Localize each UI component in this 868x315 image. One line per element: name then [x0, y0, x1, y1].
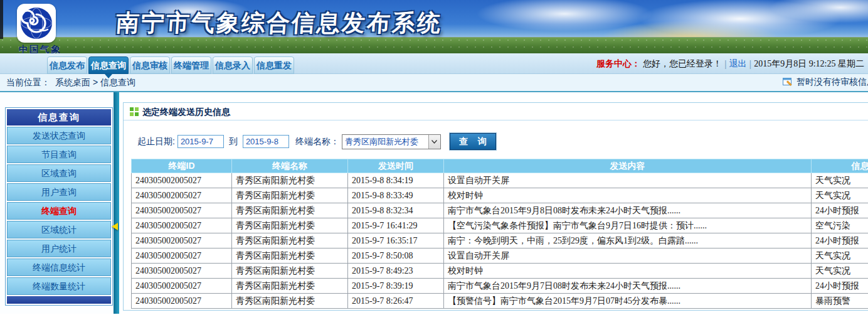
- sidebar-item-用户统计[interactable]: 用户统计: [7, 240, 111, 257]
- table-cell: 2015-9-8 8:32:34: [348, 203, 444, 218]
- table-cell: 青秀区南阳新光村委: [232, 248, 348, 264]
- content-area: 信息查询 发送状态查询节目查询区域查询用户查询终端查询区域统计用户统计终端信息统…: [0, 92, 868, 314]
- sidebar-item-用户查询[interactable]: 用户查询: [7, 183, 111, 201]
- to-label: 到: [229, 136, 238, 147]
- logout-link[interactable]: 退出: [729, 58, 747, 70]
- table-cell: 青秀区南阳新光村委: [232, 233, 348, 248]
- table-cell: 天气实况: [812, 173, 868, 188]
- table-cell: 240305002005027: [132, 294, 232, 309]
- date-from-input[interactable]: [177, 135, 224, 148]
- table-cell: 2015-9-7 8:39:19: [348, 279, 444, 294]
- current-datetime: 2015年9月8日 9:12:25 星期二: [754, 58, 864, 70]
- table-cell: 校对时钟: [444, 264, 812, 279]
- table-cell: 2015-9-7 8:50:08: [348, 248, 444, 264]
- nav-tab-终端管理[interactable]: 终端管理: [171, 56, 211, 74]
- table-cell: 2015-9-7 16:35:17: [348, 233, 444, 248]
- sidebar-item-终端查询[interactable]: 终端查询: [7, 202, 111, 220]
- column-header-终端名称: 终端名称: [232, 159, 348, 173]
- table-row: 240305002005027青秀区南阳新光村委2015-9-7 8:26:47…: [132, 294, 868, 309]
- table-cell: 青秀区南阳新光村委: [232, 173, 348, 188]
- history-panel: 选定终端发送历史信息 起止日期: 到 终端名称： 青秀区南阳新光村委 查 询: [123, 102, 868, 311]
- sidebar-collapse-arrow[interactable]: [112, 223, 118, 230]
- sidebar-item-节目查询[interactable]: 节目查询: [7, 146, 111, 163]
- separator: |: [724, 59, 727, 69]
- panel-divider: [114, 92, 119, 314]
- top-banner: 中国气象 南宁市气象综合信息发布系统: [0, 0, 868, 53]
- table-cell: 240305002005027: [132, 218, 232, 233]
- table-row: 240305002005027青秀区南阳新光村委2015-9-7 8:49:23…: [132, 264, 868, 279]
- sidebar-item-区域查询[interactable]: 区域查询: [7, 164, 111, 182]
- table-cell: 2015-9-7 16:41:29: [348, 218, 444, 233]
- query-button[interactable]: 查 询: [450, 133, 496, 150]
- column-header-发送时间: 发送时间: [348, 159, 444, 173]
- table-row: 240305002005027青秀区南阳新光村委2015-9-7 16:41:2…: [132, 218, 868, 233]
- banner-left-edge: [0, 0, 3, 39]
- query-form: 起止日期: 到 终端名称： 青秀区南阳新光村委 查 询: [137, 133, 868, 150]
- history-table: 终端ID终端名称发送时间发送内容信息位 240305002005027青秀区南阳…: [131, 159, 868, 309]
- table-cell: 天气实况: [812, 248, 868, 264]
- table-body: 240305002005027青秀区南阳新光村委2015-9-8 8:34:19…: [132, 173, 868, 309]
- main-area: 选定终端发送历史信息 起止日期: 到 终端名称： 青秀区南阳新光村委 查 询: [119, 92, 868, 314]
- panel-header: 选定终端发送历史信息: [124, 103, 868, 120]
- table-cell: 青秀区南阳新光村委: [232, 264, 348, 279]
- table-row: 240305002005027青秀区南阳新光村委2015-9-7 8:39:19…: [132, 279, 868, 294]
- date-to-input[interactable]: [243, 135, 289, 148]
- table-cell: 2015-9-8 8:33:49: [348, 188, 444, 203]
- sidebar-item-发送状态查询[interactable]: 发送状态查询: [7, 127, 111, 144]
- table-cell: 南宁市气象台2015年9月7日08时发布未来24小时天气预报......: [444, 279, 812, 294]
- sidebar-item-区域统计[interactable]: 区域统计: [7, 221, 111, 238]
- site-title: 南宁市气象综合信息发布系统: [115, 8, 443, 39]
- breadcrumb-path: 系统桌面 > 信息查询: [55, 77, 135, 87]
- terminal-select-value: 青秀区南阳新光村委: [342, 136, 428, 147]
- nav-tab-信息重发[interactable]: 信息重发: [254, 56, 294, 74]
- terminal-name-label: 终端名称：: [295, 136, 339, 147]
- audit-notice[interactable]: 暂时没有待审核信息: [783, 77, 868, 88]
- table-cell: 青秀区南阳新光村委: [232, 188, 348, 203]
- table-cell: 设置自动开关屏: [444, 173, 812, 188]
- table-row: 240305002005027青秀区南阳新光村委2015-9-8 8:34:19…: [132, 173, 868, 188]
- sidebar-item-终端信息统计[interactable]: 终端信息统计: [7, 259, 111, 276]
- separator: |: [749, 59, 752, 69]
- sidebar-footer: [7, 296, 111, 304]
- table-cell: 2015-9-8 8:34:19: [348, 173, 444, 188]
- sidebar-header: 信息查询: [7, 109, 111, 125]
- sidebar-item-终端数量统计[interactable]: 终端数量统计: [7, 277, 111, 295]
- table-cell: 空气污染: [812, 218, 868, 233]
- cma-logo-text: 中国气象: [11, 44, 69, 53]
- table-cell: 南宁市气象台2015年9月8日08时发布未来24小时天气预报......: [444, 203, 812, 218]
- panel-title: 选定终端发送历史信息: [142, 103, 230, 120]
- history-table-wrap: 终端ID终端名称发送时间发送内容信息位 240305002005027青秀区南阳…: [131, 159, 868, 309]
- table-row: 240305002005027青秀区南阳新光村委2015-9-7 8:50:08…: [132, 248, 868, 264]
- table-cell: 青秀区南阳新光村委: [232, 279, 348, 294]
- table-cell: 240305002005027: [132, 279, 232, 294]
- chevron-down-icon: [431, 140, 437, 144]
- green-grid-icon: [130, 107, 139, 116]
- notepad-pencil-icon: [783, 77, 793, 87]
- table-cell: 青秀区南阳新光村委: [232, 218, 348, 233]
- main-nav-bar: 信息发布信息查询信息审核终端管理信息录入信息重发 服务中心： 您好，您已经登录！…: [0, 53, 868, 74]
- table-cell: 天气实况: [812, 264, 868, 279]
- table-cell: 240305002005027: [132, 248, 232, 264]
- table-cell: 24小时预报: [812, 279, 868, 294]
- breadcrumb: 当前位置：系统桌面 > 信息查询: [6, 77, 135, 88]
- nav-tab-信息审核[interactable]: 信息审核: [130, 56, 170, 74]
- table-cell: 青秀区南阳新光村委: [232, 203, 348, 218]
- dropdown-button[interactable]: [428, 135, 440, 149]
- terminal-select[interactable]: 青秀区南阳新光村委: [342, 134, 441, 149]
- table-cell: 南宁：今晚到明天，中雨，25到29度，偏东风1到2级。白露踏......: [444, 233, 812, 248]
- login-greeting: 您好，您已经登录！: [643, 58, 722, 70]
- table-cell: 24小时预报: [812, 233, 868, 248]
- audit-notice-text: 暂时没有待审核信息: [797, 77, 868, 88]
- table-cell: 【空气污染气象条件预报】南宁市气象台9月7日16时提供：预计......: [444, 218, 812, 233]
- nav-tab-信息发布[interactable]: 信息发布: [47, 56, 87, 74]
- banner-grass-strip: [0, 37, 868, 53]
- service-center: 服务中心： 您好，您已经登录！ | 退出 | 2015年9月8日 9:12:25…: [596, 53, 864, 74]
- table-cell: 设置自动开关屏: [444, 248, 812, 264]
- table-cell: 校对时钟: [444, 188, 812, 203]
- cma-logo: [17, 4, 56, 43]
- nav-tab-信息录入[interactable]: 信息录入: [213, 56, 253, 74]
- breadcrumb-label: 当前位置：: [6, 77, 50, 87]
- cma-logo-icon: [19, 6, 53, 40]
- nav-tab-信息查询[interactable]: 信息查询: [88, 56, 129, 74]
- table-cell: 2015-9-7 8:26:47: [348, 294, 444, 309]
